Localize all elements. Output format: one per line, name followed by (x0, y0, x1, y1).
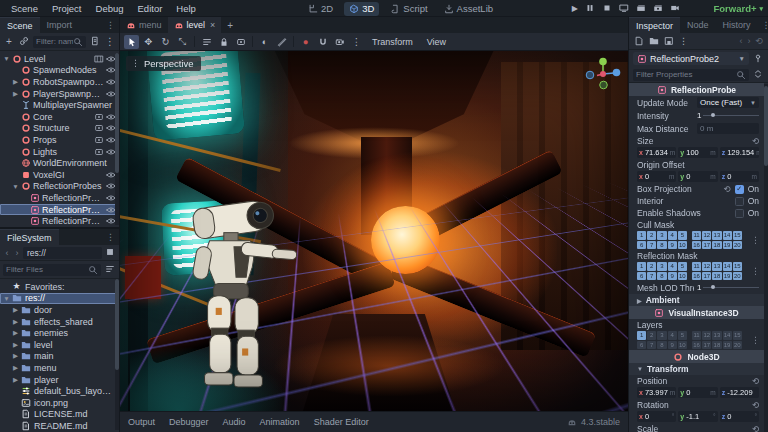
layer-cell[interactable]: 5 (678, 331, 687, 340)
layer-cell[interactable]: 3 (657, 231, 666, 240)
layer-cell[interactable]: 14 (723, 262, 732, 271)
tree-arrow-icon[interactable]: ▶ (11, 306, 20, 314)
filesystem-scrollbar[interactable] (115, 279, 119, 430)
tool-lock-button[interactable] (216, 35, 231, 49)
scene-node-playerspawnpoints[interactable]: ▶PlayerSpawnpoints (0, 88, 119, 100)
pause-icon[interactable] (585, 3, 595, 13)
layer-cell[interactable]: 19 (723, 272, 732, 281)
layer-cell[interactable]: 18 (712, 272, 721, 281)
vector-field-y[interactable]: y-1.1° (678, 411, 717, 422)
tab-history[interactable]: History (716, 17, 758, 33)
scene-tree-scrollbar[interactable] (115, 53, 119, 225)
sort-icon[interactable] (105, 264, 115, 274)
layer-cell[interactable]: 16 (692, 241, 701, 250)
checkbox[interactable]: ✓ (735, 185, 744, 194)
expand-all-icon[interactable] (753, 69, 763, 79)
workspace-script[interactable]: Script (385, 2, 432, 16)
section-ambient[interactable]: ▶Ambient (629, 294, 764, 306)
workspace-assetlib[interactable]: AssetLib (439, 2, 498, 16)
layer-cell[interactable]: 10 (678, 272, 687, 281)
layer-cell[interactable]: 16 (692, 341, 701, 350)
layer-cell[interactable]: 3 (657, 331, 666, 340)
layer-cell[interactable]: 4 (668, 231, 677, 240)
vector-field-x[interactable]: x71.634m (637, 147, 676, 158)
script-attach-icon[interactable] (90, 36, 100, 46)
scene-node-reflectionprobes[interactable]: ▼ReflectionProbes (0, 181, 119, 193)
folder-icon[interactable] (649, 36, 659, 46)
layer-cell[interactable]: 15 (733, 231, 742, 240)
kebab-icon[interactable]: ⋮ (679, 37, 688, 46)
layer-cell[interactable]: 18 (712, 241, 721, 250)
nav-forward-icon[interactable]: › (13, 248, 21, 258)
scene-tab-level[interactable]: level× (168, 17, 222, 33)
scene-node-core[interactable]: Core (0, 111, 119, 123)
stop-icon[interactable] (602, 3, 612, 13)
pin-value-icon[interactable] (752, 53, 764, 65)
clapper-current-icon[interactable] (653, 3, 663, 13)
menu-view[interactable]: View (421, 37, 452, 47)
layer-cell[interactable]: 12 (702, 331, 711, 340)
layer-cell[interactable]: 17 (702, 341, 711, 350)
vector-field-x[interactable]: x0° (637, 411, 676, 422)
vector-field-z[interactable]: z-12.209 (720, 387, 759, 398)
kebab-icon[interactable]: ⋮ (751, 266, 760, 276)
layer-cell[interactable]: 4 (668, 331, 677, 340)
menu-project[interactable]: Project (45, 0, 89, 16)
inspector-scrollbar[interactable] (764, 84, 768, 432)
layer-cell[interactable]: 17 (702, 241, 711, 250)
scene-node-props[interactable]: Props (0, 134, 119, 146)
layer-cell[interactable]: 13 (712, 331, 721, 340)
tree-arrow-icon[interactable]: ▼ (11, 183, 20, 190)
expand-all-icon[interactable] (752, 69, 764, 81)
new-scene-tab-button[interactable]: + (221, 17, 239, 33)
fs-item-player[interactable]: ▶player (0, 374, 119, 386)
scene-node-lights[interactable]: Lights (0, 146, 119, 158)
bottom-panel-shader-editor[interactable]: Shader Editor (314, 417, 369, 427)
kebab-icon[interactable]: ⋮ (758, 17, 768, 33)
layer-cell[interactable]: 13 (712, 262, 721, 271)
edited-node-selector[interactable]: ReflectionProbe2 ▼ (633, 52, 749, 65)
vector-field-x[interactable]: x73.997m (637, 387, 676, 398)
page-new-icon[interactable] (634, 36, 644, 46)
scene-node-voxelgi[interactable]: VoxelGI (0, 169, 119, 181)
scene-node-spawnednodes[interactable]: SpawnedNodes (0, 65, 119, 77)
layer-cell[interactable]: 7 (647, 341, 656, 350)
layer-cell[interactable]: 20 (733, 341, 742, 350)
tool-scale-button[interactable]: ⤡ (175, 35, 190, 49)
layer-cell[interactable]: 7 (647, 272, 656, 281)
fs-item-enemies[interactable]: ▶enemies (0, 327, 119, 339)
layer-cell[interactable]: 10 (678, 341, 687, 350)
workspace-2d[interactable]: 2D (303, 2, 338, 16)
layer-cell[interactable]: 7 (647, 241, 656, 250)
tab-filesystem[interactable]: FileSystem (0, 229, 59, 245)
layer-cell[interactable]: 12 (702, 231, 711, 240)
revert-icon[interactable]: ⟲ (724, 184, 731, 194)
scene-node-reflectionprobe3[interactable]: ReflectionProbe3 (0, 215, 119, 227)
scene-node-multiplayerspawner[interactable]: MultiplayerSpawner (0, 99, 119, 111)
bottom-panel-audio[interactable]: Audio (223, 417, 246, 427)
tab-scene[interactable]: Scene (0, 17, 40, 33)
remote-icon[interactable] (619, 3, 629, 13)
scene-node-reflectionprobe1[interactable]: ReflectionProbe1 (0, 192, 119, 204)
layer-cell[interactable]: 2 (647, 331, 656, 340)
vector-field-x[interactable]: x0m (637, 171, 676, 182)
layer-cell[interactable]: 1 (637, 331, 646, 340)
kebab-icon[interactable]: ⋮ (105, 37, 115, 47)
fs-item-effects-shared[interactable]: ▶effects_shared (0, 316, 119, 328)
scene-node-level[interactable]: ▼Level (0, 53, 119, 65)
fs-item-door[interactable]: ▶door (0, 304, 119, 316)
revert-icon[interactable]: ⟲ (752, 136, 759, 146)
vector-field-y[interactable]: y0m (678, 387, 717, 398)
section-transform[interactable]: ▼Transform (629, 363, 764, 375)
reload-icon[interactable]: ⟲ (755, 37, 763, 46)
kebab-icon[interactable]: ⋮ (751, 335, 760, 345)
fs-item-menu[interactable]: ▶menu (0, 362, 119, 374)
tool-sun-button[interactable]: ● (298, 35, 313, 49)
layer-cell[interactable]: 14 (723, 231, 732, 240)
tool-magnet-button[interactable] (315, 35, 330, 49)
slider-grabber-icon[interactable] (711, 113, 715, 117)
filter-nodes-input[interactable] (36, 37, 73, 46)
property-dropdown[interactable]: Once (Fast)▼ (697, 97, 759, 108)
clapper-icon[interactable] (636, 3, 646, 13)
scene-node-robotspawnpoints[interactable]: ▶RobotSpawnpoints (0, 76, 119, 88)
